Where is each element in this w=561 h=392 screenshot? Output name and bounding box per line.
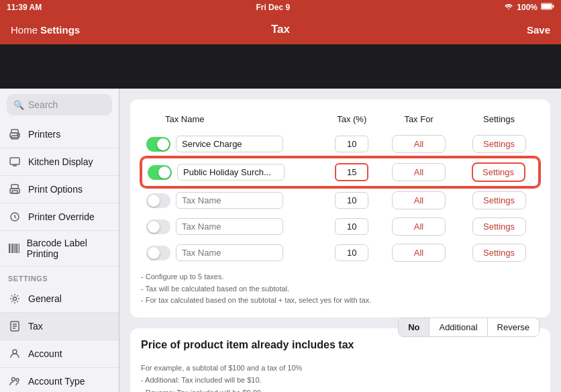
price-additional-button[interactable]: Additional — [429, 318, 487, 336]
settings-button-row5[interactable]: Settings — [472, 244, 526, 262]
sidebar-label-printer-override: Printer Override — [28, 211, 95, 222]
account-type-icon — [8, 375, 21, 388]
svg-point-17 — [13, 297, 17, 301]
sidebar-item-print-options[interactable]: Print Options — [0, 176, 119, 203]
tax-table-card: Tax Name Tax (%) Tax For Settings — [130, 99, 550, 317]
all-button-row4[interactable]: All — [392, 217, 446, 236]
sidebar-item-account-type[interactable]: Account Type — [0, 368, 119, 392]
page-title: Tax — [271, 23, 290, 36]
account-icon — [8, 347, 21, 360]
sidebar-label-general: General — [28, 293, 62, 304]
content-area: Tax Name Tax (%) Tax For Settings — [119, 89, 561, 392]
sidebar-label-account: Account — [28, 348, 62, 359]
settings-button-row1[interactable]: Settings — [472, 135, 526, 153]
svg-point-19 — [13, 350, 17, 354]
sidebar-item-printer-override[interactable]: Printer Override — [0, 203, 119, 231]
tax-val-input-row2[interactable] — [335, 163, 368, 181]
svg-rect-15 — [17, 244, 18, 253]
svg-rect-11 — [11, 244, 11, 253]
table-row: All Settings — [141, 131, 540, 157]
tax-name-input-row5[interactable] — [176, 244, 283, 261]
svg-rect-10 — [9, 244, 10, 253]
search-box[interactable]: 🔍 Search — [7, 94, 112, 115]
search-icon: 🔍 — [13, 100, 24, 110]
svg-rect-12 — [12, 244, 13, 253]
table-row: All Settings — [141, 240, 540, 266]
status-time: 11:39 AM — [7, 3, 42, 12]
settings-button-row4[interactable]: Settings — [472, 217, 526, 236]
tax-val-input-row1[interactable] — [335, 136, 368, 152]
price-includes-card: Price of product item already includes t… — [130, 328, 550, 392]
svg-rect-2 — [542, 4, 552, 9]
svg-rect-1 — [553, 5, 554, 8]
sidebar-item-tax[interactable]: Tax — [0, 313, 119, 340]
settings-button-row2[interactable]: Settings — [472, 162, 525, 182]
sidebar-item-printers[interactable]: Printers — [0, 121, 119, 148]
svg-rect-14 — [15, 244, 17, 253]
settings-label: Settings — [40, 24, 80, 36]
print-icon — [8, 183, 21, 196]
battery-percentage: 100% — [517, 3, 538, 12]
sidebar-item-barcode[interactable]: Barcode Label Printing — [0, 231, 119, 266]
status-day: Fri Dec 9 — [256, 3, 290, 12]
sidebar-item-general[interactable]: General — [0, 285, 119, 313]
svg-rect-8 — [12, 191, 17, 193]
col-header-tax-percent: Tax (%) — [325, 110, 379, 131]
tax-val-input-row4[interactable] — [335, 218, 368, 235]
table-row: All Settings — [141, 187, 540, 213]
settings-button-row3[interactable]: Settings — [472, 191, 526, 209]
svg-rect-7 — [11, 185, 18, 189]
general-icon — [8, 292, 21, 305]
home-button[interactable]: Home — [11, 24, 38, 36]
svg-point-5 — [17, 134, 19, 136]
save-button[interactable]: Save — [527, 24, 550, 36]
sidebar-label-kitchen-display: Kitchen Display — [28, 156, 93, 167]
all-button-row5[interactable]: All — [392, 244, 446, 262]
sidebar-label-barcode: Barcode Label Printing — [27, 238, 111, 259]
sidebar-item-kitchen-display[interactable]: Kitchen Display — [0, 148, 119, 176]
tax-name-input-row2[interactable] — [177, 164, 285, 181]
all-button-row2[interactable]: All — [392, 163, 446, 181]
svg-rect-13 — [14, 244, 15, 253]
svg-point-21 — [16, 379, 19, 381]
wifi-icon — [504, 3, 513, 12]
svg-rect-6 — [10, 158, 19, 164]
table-row: All Settings — [141, 157, 540, 187]
price-includes-buttons: No Additional Reverse — [398, 317, 540, 337]
display-icon — [8, 155, 21, 168]
svg-point-20 — [12, 378, 15, 381]
status-bar: 11:39 AM Fri Dec 9 100% — [0, 0, 561, 15]
price-includes-notes: For example, a subtotal of $100 and a ta… — [141, 362, 540, 392]
all-button-row1[interactable]: All — [392, 135, 446, 153]
top-nav: Home Settings Tax Save — [0, 15, 561, 44]
col-header-tax-for: Tax For — [379, 110, 458, 131]
tax-icon — [8, 320, 21, 333]
tax-name-input-row3[interactable] — [176, 192, 283, 209]
price-includes-title: Price of product item already includes t… — [141, 339, 354, 351]
col-header-tax-name: Tax Name — [141, 110, 325, 131]
all-button-row3[interactable]: All — [392, 191, 446, 209]
sidebar-label-account-type: Account Type — [28, 376, 85, 387]
price-reverse-button[interactable]: Reverse — [488, 318, 539, 336]
tax-name-input-row4[interactable] — [176, 218, 283, 235]
toggle-row5[interactable] — [146, 246, 170, 260]
svg-rect-16 — [19, 244, 19, 253]
printer-icon — [8, 128, 21, 141]
search-placeholder: Search — [28, 99, 58, 110]
sidebar-label-tax: Tax — [28, 321, 43, 332]
toggle-row4[interactable] — [146, 219, 170, 234]
toggle-row3[interactable] — [146, 193, 170, 208]
tax-val-input-row5[interactable] — [335, 244, 368, 261]
toggle-row1[interactable] — [146, 137, 170, 152]
tax-name-input-row1[interactable] — [176, 136, 283, 152]
tax-val-input-row3[interactable] — [335, 192, 368, 209]
sidebar: 🔍 Search Printers Kitchen Dis — [0, 89, 119, 392]
override-icon — [8, 210, 21, 224]
tax-notes: - Configure up to 5 taxes. - Tax will be… — [141, 271, 540, 307]
table-row: All Settings — [141, 213, 540, 240]
sidebar-label-print-options: Print Options — [28, 184, 83, 195]
price-no-button[interactable]: No — [399, 318, 429, 336]
sidebar-label-printers: Printers — [28, 129, 60, 140]
toggle-row2[interactable] — [148, 165, 172, 180]
sidebar-item-account[interactable]: Account — [0, 340, 119, 368]
